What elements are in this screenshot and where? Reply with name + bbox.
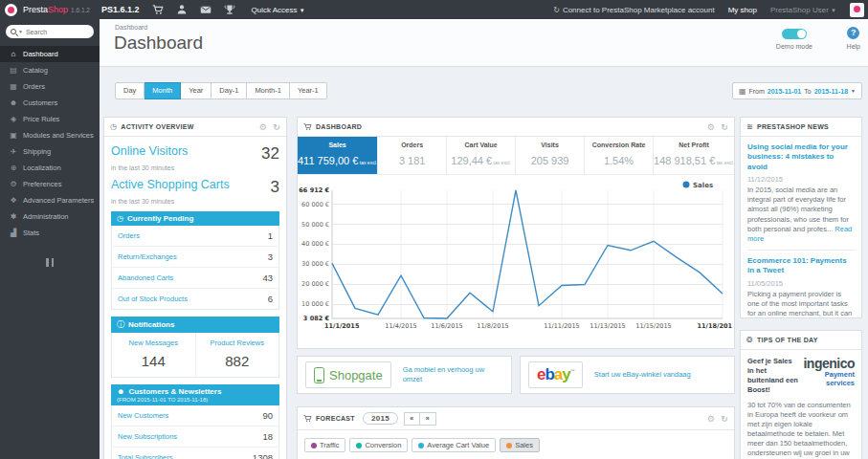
kpi-tile-visits[interactable]: Visits205 939 — [516, 137, 585, 174]
user-icon[interactable] — [176, 4, 188, 15]
section-banner: ◷Currently Pending — [111, 211, 279, 226]
column-label-link[interactable]: New Messages — [114, 339, 193, 347]
ebay-link[interactable]: Start uw eBay-winkel vandaag — [594, 370, 691, 380]
ingenico-logo[interactable]: ingenico Paymentservices — [803, 357, 855, 388]
demo-mode-control: Demo mode — [776, 29, 812, 50]
news-article-title[interactable]: Ecommerce 101: Payments in a Tweet — [747, 256, 855, 276]
date-range-tabs: DayMonthYearDay-1Month-1Year-1 — [115, 82, 327, 99]
refresh-icon[interactable]: ↻ — [273, 122, 280, 132]
row-label-link[interactable]: Out of Stock Products — [118, 295, 188, 303]
breadcrumb[interactable]: Dashboard — [115, 24, 147, 31]
tab-day[interactable]: Day — [115, 82, 145, 99]
row-label-link[interactable]: Return/Exchanges — [118, 252, 177, 261]
refresh-icon[interactable]: ↻ — [721, 414, 728, 424]
quick-access-menu[interactable]: Quick Access ▼ — [251, 6, 304, 14]
section-title: Customers & Newsletters — [128, 387, 221, 396]
row-label-link[interactable]: New Subscriptions — [118, 432, 177, 441]
sidebar-item-stats[interactable]: ▟Stats — [0, 225, 100, 241]
tips-body: ingenico Paymentservices Geef je Sales i… — [741, 350, 861, 459]
legend-toggle-conversion[interactable]: Conversion — [349, 438, 408, 452]
kpi-tile-conversion-rate[interactable]: Conversion Rate1.54% — [585, 137, 654, 174]
sidebar-item-localization[interactable]: ⊕Localization — [0, 160, 100, 176]
sidebar-item-label: Customers — [23, 98, 57, 107]
table-row: Out of Stock Products6 — [112, 289, 278, 309]
table-row: Return/Exchanges3 — [112, 247, 278, 268]
table-row: Total Subscribers1308 — [112, 448, 278, 459]
tab-year-1[interactable]: Year-1 — [290, 82, 327, 99]
sidebar-item-shipping[interactable]: ✈Shipping — [0, 143, 100, 160]
activity-stat-label[interactable]: Active Shopping Carts — [111, 178, 230, 191]
avatar[interactable] — [850, 3, 864, 17]
panel-header: ❂ TIPS OF THE DAY — [741, 331, 861, 350]
sidebar-item-customers[interactable]: ☻Customers — [0, 95, 100, 111]
row-label-link[interactable]: Orders — [118, 231, 140, 240]
tab-year[interactable]: Year — [181, 82, 211, 99]
sidebar-item-orders[interactable]: ▦Orders — [0, 78, 100, 95]
sidebar-item-preferences[interactable]: ⚙Preferences — [0, 176, 100, 192]
next-year-button[interactable]: » — [420, 412, 436, 426]
gear-icon[interactable]: ⚙ — [259, 122, 267, 132]
help-icon[interactable]: ? — [847, 27, 859, 39]
my-shop-link[interactable]: My shop — [728, 6, 757, 14]
date-range-picker[interactable]: ▦ From2015-11-01 To2015-11-18 ▼ — [732, 82, 862, 99]
ebay-logo[interactable]: ebay™ — [528, 361, 583, 388]
row-value: 90 — [262, 410, 273, 421]
sidebar-item-advanced-parameters[interactable]: ❖Advanced Parameters — [0, 192, 100, 208]
trophy-icon[interactable] — [224, 4, 235, 15]
activity-stat-label[interactable]: Online Visitors — [111, 144, 188, 158]
clock-icon: ◷ — [110, 122, 117, 131]
user-menu[interactable]: PrestaShop User ▼ — [770, 6, 836, 14]
legend-dot — [506, 443, 512, 448]
shopgate-link[interactable]: Ga mobiel en verhoog uw omzet — [403, 365, 503, 384]
axis-label: 30 000 € — [301, 260, 329, 268]
envelope-icon[interactable] — [200, 4, 211, 15]
row-label-link[interactable]: Total Subscribers — [118, 453, 173, 459]
legend-toggle-sales[interactable]: Sales — [500, 438, 540, 452]
lightbulb-icon: ❂ — [746, 336, 753, 344]
demo-mode-toggle[interactable] — [782, 29, 807, 39]
activity-stat-subtitle: in the last 30 minutes — [111, 198, 279, 205]
read-more-link[interactable]: Read more — [747, 225, 852, 243]
cart-icon[interactable] — [152, 4, 164, 15]
kpi-tile-cart-value[interactable]: Cart Value129,44 € tax excl. — [447, 137, 516, 174]
collapse-sidebar-button[interactable] — [44, 258, 56, 268]
forecast-panel: FORECAST 2015 « » ⚙↻ TrafficConversionAv… — [297, 406, 735, 459]
row-label-link[interactable]: New Customers — [118, 411, 168, 420]
kpi-tile-net-profit[interactable]: Net Profit148 918,51 € tax excl. — [654, 137, 734, 174]
activity-big-stat: Online Visitors32 — [111, 144, 279, 164]
gear-icon[interactable]: ⚙ — [707, 414, 715, 424]
tab-month[interactable]: Month — [145, 82, 181, 99]
tab-month-1[interactable]: Month-1 — [247, 82, 290, 99]
sidebar-search: ▼ — [6, 25, 94, 38]
kpi-tile-sales[interactable]: Sales411 759,00 € tax excl. — [298, 137, 378, 174]
tab-day-1[interactable]: Day-1 — [211, 82, 247, 99]
sidebar-item-catalog[interactable]: ▤Catalog — [0, 62, 100, 78]
search-input[interactable] — [26, 29, 89, 35]
sidebar-item-label: Advanced Parameters — [23, 196, 94, 205]
sidebar-item-administration[interactable]: ✱Administration — [0, 208, 100, 225]
kpi-tile-orders[interactable]: Orders3 181 — [378, 137, 447, 174]
shop-name: PS1.6.1.2 — [101, 5, 140, 14]
gear-icon[interactable]: ⚙ — [707, 122, 715, 132]
legend-toggle-traffic[interactable]: Traffic — [304, 438, 345, 452]
axis-label: 11/18/201 — [698, 322, 733, 330]
refresh-icon[interactable]: ↻ — [721, 122, 728, 132]
marketplace-link[interactable]: ↻Connect to PrestaShop Marketplace accou… — [553, 6, 714, 14]
sidebar-item-price-rules[interactable]: ◈Price Rules — [0, 111, 100, 127]
prestashop-logo[interactable] — [5, 4, 17, 16]
news-article-title[interactable]: Using social media for your business: 4 … — [747, 142, 855, 172]
chevron-down-icon[interactable]: ▼ — [18, 29, 23, 34]
legend-toggle-average-cart-value[interactable]: Average Cart Value — [412, 438, 496, 452]
row-label-link[interactable]: Abandoned Carts — [118, 273, 173, 282]
sidebar-item-label: Shipping — [23, 147, 51, 156]
sidebar-item-modules-and-services[interactable]: ▣Modules and Services — [0, 127, 100, 143]
shopgate-logo[interactable]: Shopgate — [305, 361, 391, 388]
column-label-link[interactable]: Product Reviews — [198, 339, 278, 347]
kpi-value: 1.54% — [585, 155, 653, 166]
column-value: 144 — [114, 353, 193, 369]
legend-dot — [311, 443, 317, 448]
previous-year-button[interactable]: « — [404, 412, 420, 426]
forecast-year[interactable]: 2015 — [363, 412, 398, 425]
sidebar-item-label: Orders — [23, 82, 45, 91]
sidebar-item-dashboard[interactable]: ⌂Dashboard — [0, 46, 100, 62]
